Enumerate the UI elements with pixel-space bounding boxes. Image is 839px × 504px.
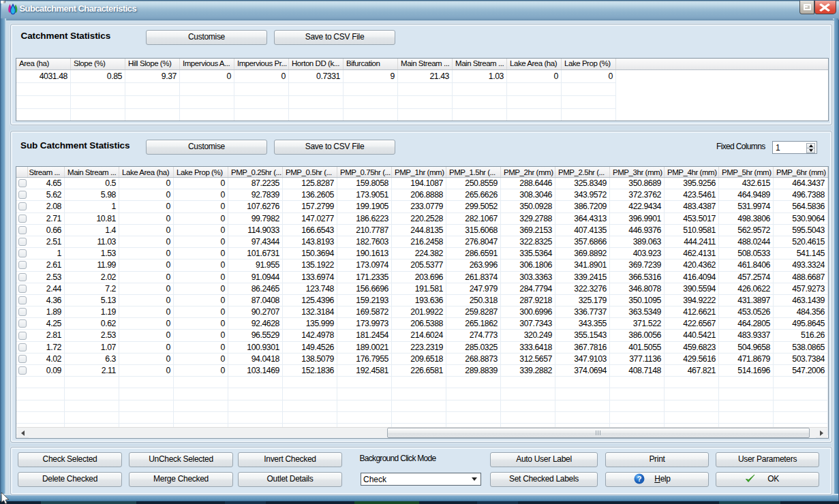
svg-text:?: ?: [637, 475, 642, 483]
